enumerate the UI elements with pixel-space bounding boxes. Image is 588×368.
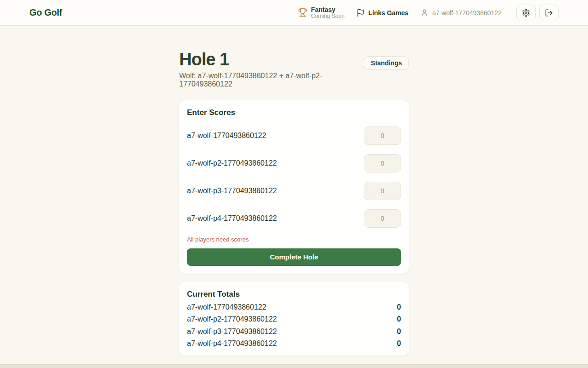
- current-totals-heading: Current Totals: [187, 290, 401, 299]
- totals-player-name: a7-wolf-p2-1770493860122: [187, 315, 277, 323]
- score-row: a7-wolf-p3-1770493860122: [187, 182, 401, 200]
- enter-scores-heading: Enter Scores: [187, 108, 401, 117]
- player-name: a7-wolf-1770493860122: [187, 132, 266, 140]
- page-subtitle: Wolf: a7-wolf-1770493860122 + a7-wolf-p2…: [179, 72, 364, 88]
- totals-player-value: 0: [397, 328, 401, 336]
- standings-button[interactable]: Standings: [364, 56, 409, 70]
- score-input-player-4[interactable]: [364, 209, 401, 228]
- totals-player-name: a7-wolf-p4-1770493860122: [187, 339, 277, 348]
- totals-row: a7-wolf-p3-1770493860122 0: [187, 328, 401, 336]
- score-row: a7-wolf-p2-1770493860122: [187, 154, 401, 172]
- links-games-label: Links Games: [368, 9, 408, 17]
- page-title: Hole 1: [179, 50, 364, 70]
- footer-strip: [0, 364, 588, 368]
- validation-error: All players need scores: [187, 236, 401, 243]
- totals-player-name: a7-wolf-p3-1770493860122: [187, 328, 277, 336]
- score-input-player-3[interactable]: [364, 182, 401, 200]
- user-info: a7-wolf-1770493860122: [420, 9, 502, 17]
- nav-item-fantasy[interactable]: Fantasy Coming Soon: [298, 6, 345, 20]
- totals-player-value: 0: [397, 303, 401, 311]
- complete-hole-button[interactable]: Complete Hole: [187, 248, 401, 266]
- score-row: a7-wolf-p4-1770493860122: [187, 209, 401, 228]
- current-totals-card: Current Totals a7-wolf-1770493860122 0 a…: [179, 282, 409, 356]
- score-input-player-2[interactable]: [364, 154, 401, 172]
- header-buttons: [516, 5, 559, 21]
- trophy-icon: [298, 8, 307, 17]
- score-row: a7-wolf-1770493860122: [187, 126, 401, 145]
- totals-row: a7-wolf-p2-1770493860122 0: [187, 315, 401, 323]
- logout-icon: [545, 9, 553, 17]
- enter-scores-card: Enter Scores a7-wolf-1770493860122 a7-wo…: [179, 100, 409, 274]
- settings-button[interactable]: [516, 5, 536, 21]
- totals-row: a7-wolf-p4-1770493860122 0: [187, 339, 401, 348]
- totals-player-value: 0: [397, 339, 401, 348]
- title-block: Hole 1 Wolf: a7-wolf-1770493860122 + a7-…: [179, 50, 364, 88]
- totals-row: a7-wolf-1770493860122 0: [187, 303, 401, 311]
- fantasy-sublabel: Coming Soon: [311, 13, 345, 20]
- user-icon: [420, 9, 429, 17]
- fantasy-label: Fantasy: [311, 6, 345, 13]
- nav-item-links-games[interactable]: Links Games: [356, 9, 408, 17]
- flag-icon: [356, 9, 365, 17]
- player-name: a7-wolf-p2-1770493860122: [187, 159, 277, 167]
- totals-player-value: 0: [397, 315, 401, 323]
- gear-icon: [522, 9, 530, 17]
- score-input-player-1[interactable]: [364, 126, 401, 145]
- app-header: Go Golf Fantasy Coming Soon: [0, 0, 588, 26]
- player-name: a7-wolf-p3-1770493860122: [187, 187, 277, 195]
- header-nav: Fantasy Coming Soon Links Games a7-wolf-…: [298, 5, 559, 21]
- main-content: Hole 1 Wolf: a7-wolf-1770493860122 + a7-…: [179, 26, 409, 356]
- player-name: a7-wolf-p4-1770493860122: [187, 214, 277, 223]
- totals-player-name: a7-wolf-1770493860122: [187, 303, 266, 311]
- app-logo[interactable]: Go Golf: [29, 7, 62, 18]
- logout-button[interactable]: [539, 5, 559, 21]
- username-text: a7-wolf-1770493860122: [432, 9, 502, 17]
- title-row: Hole 1 Wolf: a7-wolf-1770493860122 + a7-…: [179, 50, 409, 88]
